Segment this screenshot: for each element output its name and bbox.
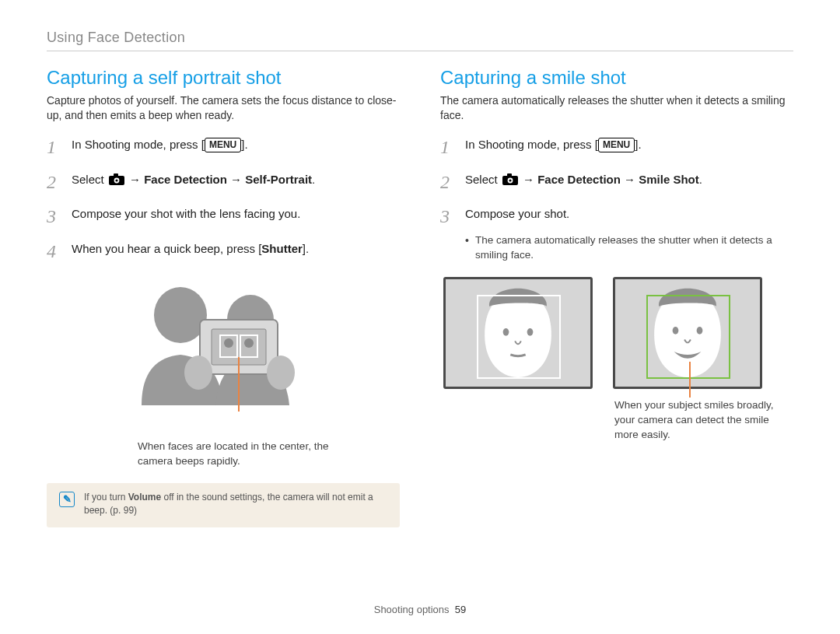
right-column: Capturing a smile shot The camera automa… [440, 67, 793, 527]
step-1: 1 In Shooting mode, press [MENU]. [440, 134, 793, 161]
note-box: ✎ If you turn Volume off in the sound se… [47, 483, 400, 527]
step-text: When you hear a quick beep, press [ [72, 242, 261, 255]
svg-point-12 [184, 356, 212, 390]
smile-shot-illustrations [443, 277, 793, 389]
step-text: → Face Detection → Smile Shot [523, 173, 699, 186]
step-number: 1 [440, 134, 454, 161]
note-text: If you turn Volume off in the sound sett… [84, 491, 387, 518]
step-text: In Shooting mode, press [ [465, 138, 598, 151]
bullet-dot-icon: • [465, 233, 469, 263]
menu-badge-icon: MENU [598, 138, 635, 152]
step-number: 4 [47, 238, 61, 265]
svg-point-10 [224, 338, 233, 348]
step-3: 3 Compose your shot. [440, 203, 793, 230]
step-2: 2 Select → Face Detection → Smile Shot. [440, 169, 793, 196]
detection-box-white [477, 295, 561, 379]
menu-path: Self-Portrait [245, 173, 312, 186]
step-sub-bullet: • The camera automatically releases the … [465, 233, 793, 263]
step-text: . [312, 173, 315, 186]
svg-point-3 [115, 179, 117, 181]
step-body: Compose your shot with the lens facing y… [72, 203, 300, 230]
manual-page: Using Face Detection Capturing a self po… [0, 0, 840, 634]
two-column-layout: Capturing a self portrait shot Capture p… [47, 67, 793, 527]
self-portrait-illustration: When faces are located in the center, th… [47, 273, 400, 469]
svg-rect-1 [114, 173, 118, 177]
arrow: → [621, 173, 639, 186]
divider [47, 51, 793, 51]
section-heading-left: Capturing a self portrait shot [47, 67, 400, 89]
arrow: → [129, 173, 144, 186]
section-heading-right: Capturing a smile shot [440, 67, 793, 89]
step-text: In Shooting mode, press [ [72, 138, 205, 151]
step-body: In Shooting mode, press [MENU]. [465, 134, 642, 161]
step-2: 2 Select → Face Detection → Self-Portrai… [47, 169, 400, 196]
callout-line-svg [689, 362, 691, 398]
page-footer: Shooting options 59 [0, 604, 840, 615]
svg-point-4 [154, 287, 207, 343]
step-text: Select [465, 173, 501, 186]
step-1: 1 In Shooting mode, press [MENU]. [47, 134, 400, 161]
smile-frame-neutral [443, 277, 593, 389]
footer-page-number: 59 [455, 604, 466, 615]
step-text: . [699, 173, 702, 186]
step-text: ]. [241, 138, 247, 151]
step-3: 3 Compose your shot with the lens facing… [47, 203, 400, 230]
menu-path: Face Detection [144, 173, 227, 186]
left-column: Capturing a self portrait shot Capture p… [47, 67, 400, 527]
shutter-label: Shutter [261, 242, 303, 255]
steps-left: 1 In Shooting mode, press [MENU]. 2 Sele… [47, 134, 400, 265]
intro-text-right: The camera automatically releases the sh… [440, 93, 793, 123]
step-text: → Face Detection → Self-Portrait [129, 173, 312, 186]
menu-path: Face Detection [537, 173, 621, 186]
svg-point-18 [509, 179, 511, 181]
smile-frame-smiling [613, 277, 762, 389]
step-body: Select → Face Detection → Smile Shot. [465, 169, 702, 196]
callout-text-left: When faces are located in the center, th… [138, 440, 340, 469]
selfie-illustration-svg [107, 273, 340, 436]
step-number: 2 [440, 169, 454, 196]
step-number: 2 [47, 169, 61, 196]
svg-rect-16 [507, 173, 512, 177]
camera-icon [109, 173, 124, 185]
callout-text-right: When your subject smiles broadly, your c… [614, 398, 793, 443]
svg-point-13 [267, 356, 295, 390]
step-body: When you hear a quick beep, press [Shutt… [72, 238, 309, 265]
smile-callout-row: When your subject smiles broadly, your c… [440, 389, 793, 443]
breadcrumb: Using Face Detection [47, 30, 793, 46]
step-body: Compose your shot. [465, 203, 569, 230]
footer-section: Shooting options [374, 604, 450, 615]
step-text: ]. [303, 242, 309, 255]
intro-text-left: Capture photos of yourself. The camera s… [47, 93, 400, 123]
note-icon: ✎ [59, 492, 75, 507]
svg-point-11 [244, 338, 254, 348]
step-text: Select [72, 173, 107, 186]
note-fragment: Volume [128, 492, 161, 503]
step-4: 4 When you hear a quick beep, press [Shu… [47, 238, 400, 265]
step-number: 3 [47, 203, 61, 230]
step-number: 3 [440, 203, 454, 230]
arrow: → [227, 173, 245, 186]
step-body: In Shooting mode, press [MENU]. [72, 134, 248, 161]
camera-icon [502, 173, 518, 185]
step-body: Select → Face Detection → Self-Portrait. [72, 169, 315, 196]
detection-box-green [646, 295, 730, 379]
step-number: 1 [47, 134, 61, 161]
steps-right: 1 In Shooting mode, press [MENU]. 2 Sele… [440, 134, 793, 230]
smile-callout: When your subject smiles broadly, your c… [614, 387, 793, 443]
step-text: ]. [635, 138, 641, 151]
menu-path: Smile Shot [639, 173, 699, 186]
arrow: → [523, 173, 537, 186]
sub-bullet-text: The camera automatically releases the sh… [475, 233, 793, 263]
note-fragment: If you turn [84, 492, 128, 503]
menu-badge-icon: MENU [205, 138, 241, 152]
